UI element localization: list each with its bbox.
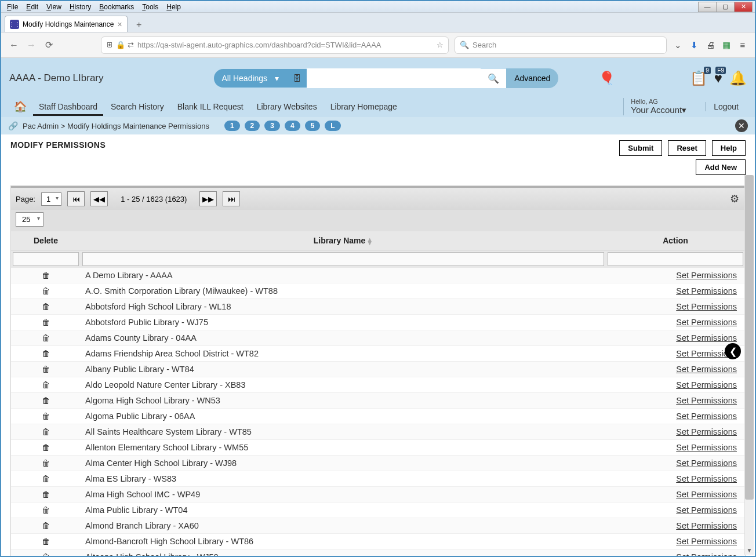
- filter-action-input[interactable]: [608, 252, 743, 266]
- address-bar[interactable]: ⛨ 🔒 ⇄ https://qa-stwi-agent.auto-graphic…: [101, 37, 449, 54]
- home-icon[interactable]: 🏠: [9, 100, 31, 113]
- page-pill-4[interactable]: 4: [285, 121, 300, 131]
- delete-row-icon[interactable]: 🗑: [11, 471, 81, 487]
- delete-row-icon[interactable]: 🗑: [11, 549, 81, 556]
- advanced-search-button[interactable]: Advanced: [506, 68, 558, 88]
- pocket-icon[interactable]: ⌄: [673, 40, 683, 50]
- filter-library-input[interactable]: [82, 252, 604, 266]
- page-select[interactable]: 1: [41, 192, 61, 206]
- logout-link[interactable]: Logout: [705, 102, 747, 111]
- window-minimize-button[interactable]: —: [698, 2, 717, 12]
- menu-tools[interactable]: Tools: [139, 2, 162, 12]
- last-page-button[interactable]: ⏭: [223, 191, 240, 206]
- tab-close-icon[interactable]: ×: [117, 20, 122, 29]
- set-permissions-link[interactable]: Set Permissions: [606, 534, 745, 549]
- set-permissions-link[interactable]: Set Permissions: [606, 456, 745, 471]
- delete-row-icon[interactable]: 🗑: [11, 393, 81, 409]
- catalog-search-input[interactable]: [307, 68, 481, 88]
- collapse-panel-icon[interactable]: ❮: [725, 343, 741, 359]
- forward-button[interactable]: →: [26, 39, 37, 51]
- headings-dropdown[interactable]: All Headings: [214, 69, 288, 88]
- set-permissions-link[interactable]: Set Permissions: [606, 393, 745, 409]
- delete-row-icon[interactable]: 🗑: [11, 487, 81, 503]
- set-permissions-link[interactable]: Set Permissions: [606, 440, 745, 456]
- page-pill-3[interactable]: 3: [264, 121, 280, 131]
- col-library-name[interactable]: Library Name▲▼: [81, 231, 606, 250]
- menu-history[interactable]: History: [66, 2, 94, 12]
- list-icon[interactable]: 📋9: [690, 70, 707, 86]
- close-panel-icon[interactable]: ✕: [735, 119, 748, 132]
- delete-row-icon[interactable]: 🗑: [11, 440, 81, 456]
- nav-staff-dashboard[interactable]: Staff Dashboard: [33, 97, 103, 116]
- scrollbar[interactable]: ▼: [744, 175, 754, 555]
- next-page-button[interactable]: ▶▶: [199, 191, 217, 206]
- help-button[interactable]: Help: [712, 140, 746, 156]
- set-permissions-link[interactable]: Set Permissions: [606, 377, 745, 393]
- reset-button[interactable]: Reset: [668, 140, 706, 156]
- delete-row-icon[interactable]: 🗑: [11, 346, 81, 362]
- menu-view[interactable]: View: [43, 2, 65, 12]
- back-button[interactable]: ←: [8, 39, 20, 51]
- delete-row-icon[interactable]: 🗑: [11, 299, 81, 315]
- set-permissions-link[interactable]: Set Permissions: [606, 283, 745, 299]
- delete-row-icon[interactable]: 🗑: [11, 409, 81, 424]
- nav-blank-ill-request[interactable]: Blank ILL Request: [172, 97, 249, 116]
- page-pill-2[interactable]: 2: [245, 121, 260, 131]
- account-box[interactable]: Hello, AG Your Account▾: [623, 98, 693, 115]
- submit-button[interactable]: Submit: [619, 140, 662, 156]
- set-permissions-link[interactable]: Set Permissions: [606, 549, 745, 556]
- new-tab-button[interactable]: +: [131, 18, 147, 32]
- delete-row-icon[interactable]: 🗑: [11, 268, 81, 283]
- menu-edit[interactable]: Edit: [23, 2, 42, 12]
- downloads-icon[interactable]: ⬇: [689, 40, 699, 50]
- scroll-down-icon[interactable]: ▼: [745, 547, 754, 554]
- database-icon[interactable]: 🗄: [287, 69, 307, 88]
- delete-row-icon[interactable]: 🗑: [11, 534, 81, 549]
- page-pill-1[interactable]: 1: [224, 121, 240, 131]
- prev-page-button[interactable]: ◀◀: [90, 191, 108, 206]
- page-pill-last[interactable]: L: [325, 121, 340, 131]
- catalog-search-button[interactable]: 🔍: [481, 69, 506, 88]
- set-permissions-link[interactable]: Set Permissions: [606, 503, 745, 518]
- set-permissions-link[interactable]: Set Permissions: [606, 487, 745, 503]
- filter-delete-input[interactable]: [13, 252, 79, 266]
- bookmark-star-icon[interactable]: ☆: [437, 41, 444, 49]
- delete-row-icon[interactable]: 🗑: [11, 377, 81, 393]
- delete-row-icon[interactable]: 🗑: [11, 518, 81, 534]
- window-close-button[interactable]: ✕: [734, 2, 753, 12]
- delete-row-icon[interactable]: 🗑: [11, 362, 81, 377]
- set-permissions-link[interactable]: Set Permissions: [606, 424, 745, 440]
- menu-file[interactable]: File: [3, 2, 21, 12]
- hamburger-menu-icon[interactable]: ≡: [737, 40, 748, 50]
- notifications-icon[interactable]: 🔔: [729, 70, 747, 86]
- set-permissions-link[interactable]: Set Permissions: [606, 315, 745, 330]
- delete-row-icon[interactable]: 🗑: [11, 424, 81, 440]
- browser-tab-active[interactable]: ⋮⋮ Modify Holdings Maintenance ×: [5, 16, 128, 32]
- gear-icon[interactable]: ⚙: [730, 192, 739, 205]
- delete-row-icon[interactable]: 🗑: [11, 330, 81, 346]
- print-icon[interactable]: 🖨: [705, 40, 715, 50]
- extension-icon[interactable]: ▦: [721, 40, 732, 50]
- set-permissions-link[interactable]: Set Permissions: [606, 471, 745, 487]
- set-permissions-link[interactable]: Set Permissions: [606, 268, 745, 283]
- delete-row-icon[interactable]: 🗑: [11, 503, 81, 518]
- page-size-select[interactable]: 25: [16, 212, 43, 227]
- set-permissions-link[interactable]: Set Permissions: [606, 362, 745, 377]
- set-permissions-link[interactable]: Set Permissions: [606, 330, 745, 346]
- add-new-button[interactable]: Add New: [696, 159, 746, 175]
- delete-row-icon[interactable]: 🗑: [11, 456, 81, 471]
- first-page-button[interactable]: ⏮: [67, 191, 85, 206]
- scrollbar-thumb[interactable]: [745, 175, 754, 500]
- menu-help[interactable]: Help: [163, 2, 184, 12]
- delete-row-icon[interactable]: 🗑: [11, 315, 81, 330]
- nav-search-history[interactable]: Search History: [105, 97, 170, 116]
- browser-search-field[interactable]: 🔍 Search: [455, 37, 667, 54]
- balloon-icon[interactable]: 🎈: [599, 71, 615, 86]
- set-permissions-link[interactable]: Set Permissions: [606, 299, 745, 315]
- favorites-icon[interactable]: ♥F9: [714, 70, 722, 86]
- delete-row-icon[interactable]: 🗑: [11, 283, 81, 299]
- reload-button[interactable]: ⟳: [43, 39, 54, 51]
- window-maximize-button[interactable]: ▢: [716, 2, 735, 12]
- set-permissions-link[interactable]: Set Permissions: [606, 346, 745, 362]
- page-pill-5[interactable]: 5: [305, 121, 321, 131]
